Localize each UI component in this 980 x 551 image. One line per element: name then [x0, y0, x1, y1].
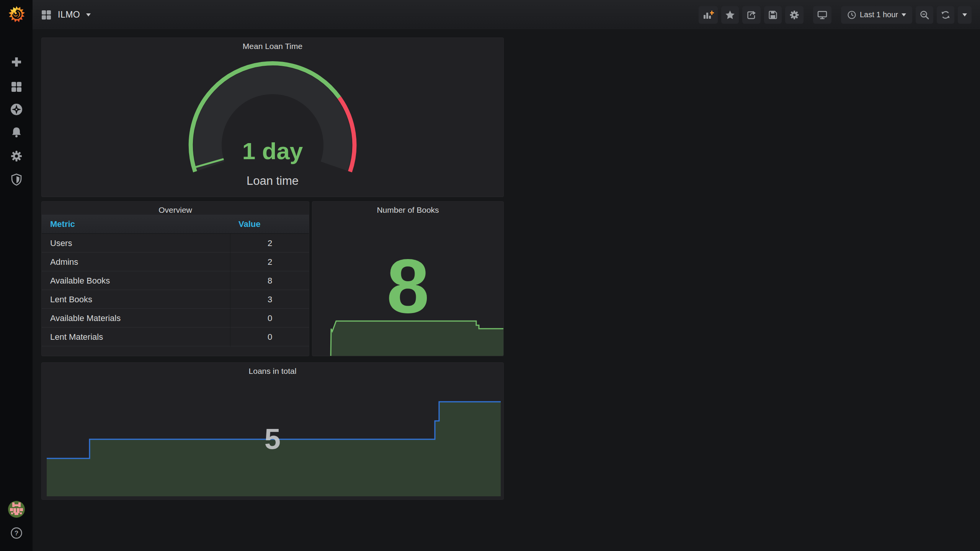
- add-panel-button[interactable]: [699, 6, 718, 24]
- svg-text:?: ?: [14, 530, 18, 537]
- user-avatar: [8, 501, 25, 518]
- dashboards-grid-icon: [10, 81, 23, 93]
- table-header-row: Metric Value: [42, 215, 309, 234]
- sidebar-item-configuration[interactable]: [0, 148, 33, 165]
- metric-cell: Available Materials: [50, 309, 121, 328]
- gauge-label: Loan time: [42, 174, 503, 188]
- chevron-down-icon: [962, 13, 967, 16]
- share-button[interactable]: [742, 6, 761, 24]
- table-row: Lent Materials 0: [42, 328, 309, 346]
- sidebar-item-profile[interactable]: [0, 501, 33, 518]
- navbar: ILMO: [33, 0, 980, 30]
- table-row: Users 2: [42, 234, 309, 253]
- value-cell: 0: [230, 309, 309, 328]
- add-panel-icon: [702, 10, 714, 20]
- panel-title[interactable]: Overview: [42, 202, 309, 215]
- time-range-label: Last 1 hour: [860, 10, 898, 19]
- panel-loans-in-total: Loans in total 5: [41, 362, 504, 500]
- share-icon: [746, 10, 757, 20]
- value-cell: 8: [230, 271, 309, 290]
- plus-icon: [11, 56, 22, 68]
- gear-icon: [10, 150, 23, 162]
- sidebar-item-help[interactable]: ?: [0, 527, 33, 539]
- bell-icon: [10, 126, 23, 139]
- books-count-value: 8: [312, 246, 503, 326]
- refresh-interval-dropdown[interactable]: [958, 6, 972, 24]
- refresh-icon: [941, 10, 951, 20]
- clock-icon: [847, 10, 856, 20]
- panel-overview: Overview Metric Value Users 2 Admins 2 A…: [41, 201, 309, 356]
- star-icon: [725, 10, 735, 20]
- grafana-flame-icon: [7, 5, 26, 24]
- sidebar-item-create[interactable]: [0, 54, 33, 70]
- table-row: Available Materials 0: [42, 309, 309, 328]
- navbar-actions: Last 1 hour: [699, 6, 972, 24]
- value-cell: 3: [230, 290, 309, 309]
- table-row: Admins 2: [42, 253, 309, 271]
- shield-icon: [10, 173, 23, 186]
- dashboard-title-group[interactable]: ILMO: [41, 10, 91, 20]
- monitor-icon: [817, 10, 828, 20]
- column-header-value[interactable]: Value: [238, 215, 260, 234]
- panel-number-of-books: Number of Books 8: [312, 201, 504, 356]
- time-range-picker[interactable]: Last 1 hour: [841, 6, 912, 24]
- sidebar-item-dashboards[interactable]: [0, 78, 33, 95]
- panel-title[interactable]: Mean Loan Time: [42, 38, 503, 51]
- panel-mean-loan-time: Mean Loan Time 1 day Loan time: [41, 37, 504, 197]
- column-divider: [230, 234, 230, 346]
- gauge-chart: [42, 38, 504, 197]
- overview-table: Metric Value Users 2 Admins 2 Available …: [42, 215, 309, 346]
- sidebar-item-alerting[interactable]: [0, 124, 33, 141]
- metric-cell: Lent Books: [50, 290, 92, 309]
- metric-cell: Available Books: [50, 271, 110, 290]
- sidebar-item-server-admin[interactable]: [0, 171, 33, 188]
- metric-cell: Users: [50, 234, 72, 253]
- chevron-down-icon: [902, 13, 906, 16]
- gauge-value: 1 day: [42, 137, 503, 165]
- apps-grid-icon: [41, 10, 52, 20]
- panel-title[interactable]: Loans in total: [42, 363, 503, 376]
- zoom-out-button[interactable]: [916, 6, 933, 24]
- table-row: Lent Books 3: [42, 290, 309, 309]
- value-cell: 2: [230, 253, 309, 271]
- refresh-button[interactable]: [937, 6, 954, 24]
- dashboard-settings-button[interactable]: [785, 6, 804, 24]
- cycle-view-button[interactable]: [813, 6, 831, 24]
- star-button[interactable]: [721, 6, 739, 24]
- save-icon: [768, 10, 778, 20]
- zoom-out-icon: [920, 10, 929, 20]
- sidebar-item-explore[interactable]: [0, 101, 33, 118]
- save-button[interactable]: [764, 6, 782, 24]
- value-cell: 0: [230, 328, 309, 346]
- column-header-metric[interactable]: Metric: [50, 215, 75, 234]
- grafana-dashboard: ? ILMO: [0, 0, 980, 551]
- chevron-down-icon: [86, 13, 91, 16]
- gear-icon: [789, 10, 800, 20]
- metric-cell: Admins: [50, 253, 78, 271]
- metric-cell: Lent Materials: [50, 328, 103, 346]
- loans-count-value: 5: [42, 423, 503, 455]
- sidebar: ?: [0, 0, 33, 551]
- panel-title[interactable]: Number of Books: [312, 202, 503, 215]
- table-row: Available Books 8: [42, 271, 309, 290]
- dashboard-title: ILMO: [58, 10, 80, 20]
- help-icon: ?: [10, 527, 23, 539]
- compass-icon: [10, 103, 23, 116]
- value-cell: 2: [230, 234, 309, 253]
- grafana-logo[interactable]: [0, 5, 33, 24]
